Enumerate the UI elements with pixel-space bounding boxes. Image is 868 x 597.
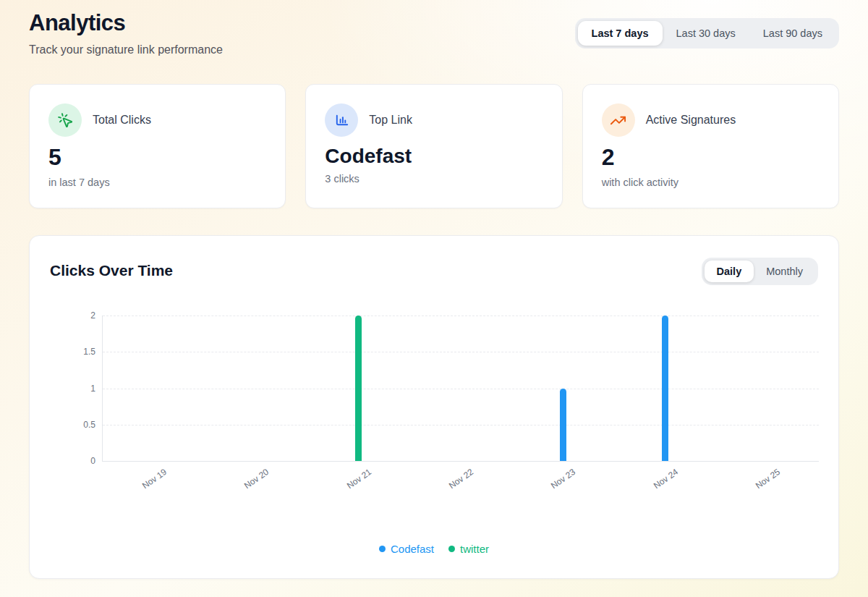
card-header: Active Signatures xyxy=(602,103,820,137)
analytics-page: Analytics Track your signature link perf… xyxy=(0,0,868,579)
page-title: Analytics xyxy=(29,10,223,36)
legend-dot xyxy=(379,546,386,552)
top-link-card: Top Link Codefast 3 clicks xyxy=(305,84,562,208)
x-axis-tick-label: Nov 22 xyxy=(447,467,475,491)
card-label: Total Clicks xyxy=(93,114,151,127)
chart-view-toggle: Daily Monthly xyxy=(702,258,818,285)
chart-title: Clicks Over Time xyxy=(50,262,173,279)
page-subtitle: Track your signature link performance xyxy=(29,43,223,56)
range-last-7-days-button[interactable]: Last 7 days xyxy=(578,21,663,46)
card-header: Total Clicks xyxy=(48,103,266,137)
y-axis-tick-label: 1.5 xyxy=(83,347,95,357)
view-monthly-button[interactable]: Monthly xyxy=(754,261,815,282)
card-subtext: 3 clicks xyxy=(325,173,542,185)
view-daily-button[interactable]: Daily xyxy=(705,261,754,282)
x-axis-tick-label: Nov 24 xyxy=(652,467,680,491)
gridline-y-2 xyxy=(103,316,819,316)
range-last-30-days-button[interactable]: Last 30 days xyxy=(663,21,749,46)
top-link-value: Codefast xyxy=(325,145,542,166)
card-header: Top Link xyxy=(325,103,542,137)
legend-item-codefast[interactable]: Codefast xyxy=(379,543,434,555)
chart-header: Clicks Over Time Daily Monthly xyxy=(30,236,838,285)
page-heading-block: Analytics Track your signature link perf… xyxy=(29,10,223,56)
y-axis-tick-label: 1 xyxy=(90,384,95,394)
y-axis-tick-label: 0 xyxy=(90,456,95,466)
y-axis-tick-label: 2 xyxy=(90,310,95,321)
bar-chart-icon xyxy=(325,103,358,137)
x-axis-tick-label: Nov 23 xyxy=(549,467,577,491)
range-last-90-days-button[interactable]: Last 90 days xyxy=(749,21,836,46)
bar-codefast-nov-24 xyxy=(662,316,668,461)
x-axis-tick-label: Nov 20 xyxy=(242,467,271,491)
y-axis-tick-label: 0.5 xyxy=(83,420,95,430)
plot-area: 00.511.52Nov 19Nov 20Nov 21Nov 22Nov 23N… xyxy=(102,316,819,462)
gridline-y-1.5 xyxy=(103,352,819,352)
gridline-y-1 xyxy=(103,389,819,389)
legend-label: twitter xyxy=(460,543,489,555)
stat-cards-row: Total Clicks 5 in last 7 days Top Link C… xyxy=(29,84,839,208)
card-label: Top Link xyxy=(369,114,412,127)
card-subtext: with click activity xyxy=(602,177,820,188)
date-range-toggle: Last 7 days Last 30 days Last 90 days xyxy=(575,18,839,48)
x-axis-tick-label: Nov 19 xyxy=(140,467,169,491)
chart-legend: Codefasttwitter xyxy=(30,543,838,555)
gridline-y-0.5 xyxy=(103,425,819,425)
legend-dot xyxy=(448,546,455,552)
total-clicks-card: Total Clicks 5 in last 7 days xyxy=(29,84,286,208)
card-subtext: in last 7 days xyxy=(48,177,266,188)
x-axis-tick-label: Nov 25 xyxy=(754,467,782,491)
total-clicks-value: 5 xyxy=(48,145,266,170)
page-header: Analytics Track your signature link perf… xyxy=(29,10,839,56)
bar-twitter-nov-21 xyxy=(355,316,362,461)
legend-label: Codefast xyxy=(391,543,434,555)
clicks-over-time-card: Clicks Over Time Daily Monthly 00.511.52… xyxy=(29,235,839,579)
trending-up-icon xyxy=(602,103,635,137)
bar-codefast-nov-23 xyxy=(560,389,566,462)
active-signatures-card: Active Signatures 2 with click activity xyxy=(582,84,839,208)
card-label: Active Signatures xyxy=(646,114,736,127)
x-axis-tick-label: Nov 21 xyxy=(344,467,373,491)
legend-item-twitter[interactable]: twitter xyxy=(448,543,489,555)
active-signatures-value: 2 xyxy=(602,145,820,170)
mouse-pointer-click-icon xyxy=(48,103,82,137)
